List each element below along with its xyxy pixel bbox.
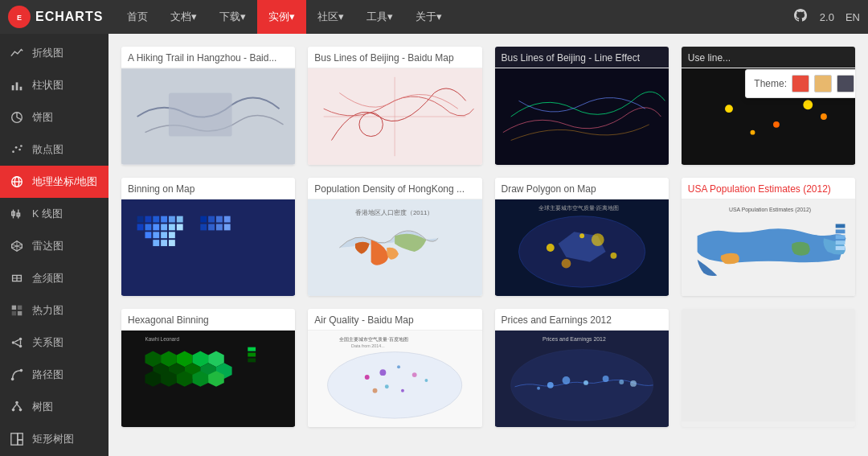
theme-swatch-dark[interactable] (837, 75, 854, 92)
sidebar-item-line[interactable]: 折线图 (0, 37, 108, 69)
card-thumbnail: 香港地区人口密度（2011） (308, 199, 481, 296)
svg-rect-126 (248, 353, 256, 357)
topnav-right: 2.0 EN (792, 7, 860, 27)
svg-rect-75 (145, 232, 151, 238)
pie-chart-icon (8, 109, 26, 126)
sidebar-item-treemap[interactable]: 矩形树图 (0, 423, 108, 455)
radar-icon (8, 237, 26, 255)
svg-rect-46 (11, 433, 18, 445)
card-draw-polygon[interactable]: Draw Polygon on Map 全球主要城市空气质量·距离地图 (495, 178, 669, 296)
card-thumbnail: 全球主要城市空气质量·距离地图 (495, 199, 669, 296)
svg-text:E: E (17, 14, 22, 22)
svg-rect-83 (208, 216, 215, 223)
card-link[interactable]: USA Population Estimates (2012) (688, 183, 831, 195)
svg-point-98 (610, 253, 616, 259)
svg-point-58 (773, 121, 780, 128)
svg-point-61 (821, 113, 827, 120)
logo-icon: E (8, 6, 31, 28)
card-hiking-trail[interactable]: A Hiking Trail in Hangzhou - Baid... (121, 47, 295, 165)
card-air-quality[interactable]: Air Quality - Baidu Map 全国主要城市空气质量·百度地图 … (308, 309, 481, 427)
sidebar-item-pie[interactable]: 饼图 (0, 101, 108, 134)
svg-text:Prices and Earnings 2012: Prices and Earnings 2012 (542, 336, 605, 343)
sidebar-item-heatmap[interactable]: 热力图 (0, 294, 108, 327)
bar-chart-icon (8, 76, 26, 94)
nav-download[interactable]: 下载▾ (208, 0, 257, 34)
svg-rect-107 (835, 246, 845, 250)
card-bus-lines-baidu[interactable]: Bus Lines of Beijing - Baidu Map (308, 47, 481, 165)
github-icon[interactable] (792, 7, 809, 27)
svg-point-10 (18, 149, 21, 151)
card-thumbnail-empty (682, 309, 855, 421)
svg-point-35 (19, 345, 23, 348)
svg-rect-3 (16, 82, 18, 90)
svg-rect-81 (169, 240, 175, 246)
svg-point-146 (602, 376, 608, 382)
svg-rect-65 (153, 216, 159, 223)
nav-home[interactable]: 首页 (116, 0, 159, 34)
sidebar-item-boxplot[interactable]: 盒须图 (0, 262, 108, 294)
treemap-icon (8, 430, 26, 448)
card-use-line[interactable]: Use line... Theme: (682, 47, 855, 165)
card-title: Bus Lines of Beijing - Baidu Map (308, 47, 481, 68)
sidebar-item-bar[interactable]: 柱状图 (0, 69, 108, 101)
svg-line-24 (12, 246, 17, 248)
sidebar-item-relation[interactable]: 关系图 (0, 327, 108, 359)
svg-rect-76 (153, 232, 159, 238)
logo[interactable]: E ECHARTS (8, 6, 103, 28)
card-prices-earnings[interactable]: Prices and Earnings 2012 Prices and Earn… (495, 309, 669, 427)
svg-point-96 (546, 244, 554, 252)
card-usa-population[interactable]: USA Population Estimates (2012) USA Popu… (682, 178, 855, 296)
svg-line-7 (17, 117, 21, 120)
theme-swatch-red[interactable] (792, 75, 809, 92)
svg-text:USA Population Estimates (2012: USA Population Estimates (2012) (729, 207, 811, 213)
svg-text:Kawhi Leonard: Kawhi Leonard (145, 336, 179, 342)
svg-rect-105 (835, 235, 845, 239)
main-layout: 折线图 柱状图 饼图 散点图 地理坐标/地图 (0, 34, 868, 456)
card-title: Use line... (682, 47, 855, 68)
theme-label: Theme: (754, 78, 787, 89)
sidebar-item-radar[interactable]: 雷达图 (0, 230, 108, 262)
svg-rect-103 (835, 224, 845, 228)
card-binning-map[interactable]: Binning on Map (121, 178, 295, 296)
svg-point-137 (401, 389, 404, 392)
svg-point-144 (562, 376, 570, 384)
svg-text:Data from 2014...: Data from 2014... (351, 343, 385, 348)
box-icon (8, 269, 26, 287)
examples-grid: A Hiking Trail in Hangzhou - Baid... Bus… (121, 47, 855, 427)
card-bus-lines-effect[interactable]: Bus Lines of Beijing - Line Effect (495, 47, 669, 165)
sidebar-item-candlestick[interactable]: K 线图 (0, 198, 108, 230)
language-toggle[interactable]: EN (845, 11, 860, 23)
svg-point-41 (15, 401, 18, 405)
sidebar-item-scatter[interactable]: 散点图 (0, 134, 108, 166)
nav-about[interactable]: 关于▾ (404, 0, 453, 34)
sidebar-item-path[interactable]: 路径图 (0, 359, 108, 391)
relation-icon (8, 334, 26, 351)
card-population-density[interactable]: Population Density of HongKong ... 香港地区人… (308, 178, 481, 296)
scatter-chart-icon (8, 141, 26, 158)
svg-point-8 (12, 150, 14, 153)
nav-community[interactable]: 社区▾ (306, 0, 355, 34)
nav-tools[interactable]: 工具▾ (355, 0, 404, 34)
svg-rect-66 (161, 216, 167, 223)
path-icon (8, 366, 26, 384)
card-thumbnail (308, 68, 481, 165)
svg-point-131 (328, 352, 462, 419)
svg-rect-104 (835, 229, 845, 233)
sidebar-item-map[interactable]: 地理坐标/地图 (0, 166, 108, 198)
card-title: Hexagonal Binning (121, 309, 295, 331)
svg-rect-85 (224, 216, 231, 223)
card-title: Draw Polygon on Map (495, 178, 669, 199)
svg-point-138 (373, 388, 378, 393)
theme-swatch-orange[interactable] (814, 75, 832, 92)
sidebar-item-tree[interactable]: 树图 (0, 391, 108, 423)
svg-line-45 (17, 404, 21, 408)
nav-examples[interactable]: 实例▾ (257, 0, 306, 34)
svg-point-136 (385, 384, 389, 388)
svg-rect-72 (161, 224, 167, 231)
svg-rect-63 (137, 216, 144, 223)
nav-docs[interactable]: 文档▾ (159, 0, 208, 34)
svg-point-99 (561, 259, 571, 269)
svg-line-25 (12, 244, 17, 246)
svg-line-36 (14, 339, 18, 342)
card-hexagonal-binning[interactable]: Hexagonal Binning Kawhi Leonard (121, 309, 295, 427)
